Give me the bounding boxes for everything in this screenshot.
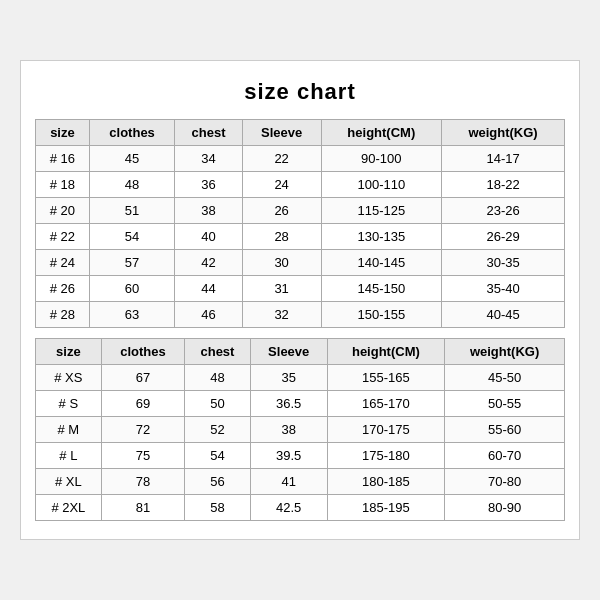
col-header: chest (175, 120, 242, 146)
table-cell: 130-135 (321, 224, 442, 250)
table-row: # XS674835155-16545-50 (36, 365, 565, 391)
table-cell: 38 (175, 198, 242, 224)
table-cell: 24 (242, 172, 321, 198)
table-cell: 44 (175, 276, 242, 302)
col-header: height(CM) (327, 339, 445, 365)
table-cell: 78 (101, 469, 184, 495)
table-cell: 35 (250, 365, 327, 391)
table-cell: 28 (242, 224, 321, 250)
table-cell: # 26 (36, 276, 90, 302)
table-row: # M725238170-17555-60 (36, 417, 565, 443)
table-row: # 1645342290-10014-17 (36, 146, 565, 172)
size-chart-card: size chart sizeclotheschestSleeveheight(… (20, 60, 580, 540)
table-cell: 26-29 (442, 224, 565, 250)
col-header: weight(KG) (445, 339, 565, 365)
table-cell: # 28 (36, 302, 90, 328)
table-cell: # XS (36, 365, 102, 391)
table-cell: # 16 (36, 146, 90, 172)
table-cell: # 24 (36, 250, 90, 276)
table-cell: 155-165 (327, 365, 445, 391)
table-cell: 58 (185, 495, 251, 521)
table-row: # 20513826115-12523-26 (36, 198, 565, 224)
table-row: # L755439.5175-18060-70 (36, 443, 565, 469)
table-row: # 22544028130-13526-29 (36, 224, 565, 250)
table-cell: 180-185 (327, 469, 445, 495)
table-cell: # 22 (36, 224, 90, 250)
table-row: # 26604431145-15035-40 (36, 276, 565, 302)
table-cell: 175-180 (327, 443, 445, 469)
table-cell: 39.5 (250, 443, 327, 469)
col-header: clothes (89, 120, 175, 146)
col-header: weight(KG) (442, 120, 565, 146)
table-cell: 46 (175, 302, 242, 328)
table-cell: 70-80 (445, 469, 565, 495)
table-cell: 55-60 (445, 417, 565, 443)
table-cell: 51 (89, 198, 175, 224)
table-cell: 57 (89, 250, 175, 276)
table-cell: 150-155 (321, 302, 442, 328)
col-header: size (36, 120, 90, 146)
table-cell: 60 (89, 276, 175, 302)
col-header: Sleeve (242, 120, 321, 146)
table-cell: 90-100 (321, 146, 442, 172)
table-cell: # S (36, 391, 102, 417)
table-row: # XL785641180-18570-80 (36, 469, 565, 495)
table-cell: 50-55 (445, 391, 565, 417)
col-header: chest (185, 339, 251, 365)
table-cell: 23-26 (442, 198, 565, 224)
table-cell: 52 (185, 417, 251, 443)
table-cell: 140-145 (321, 250, 442, 276)
table-cell: 80-90 (445, 495, 565, 521)
table-cell: 41 (250, 469, 327, 495)
table-row: # 2XL815842.5185-19580-90 (36, 495, 565, 521)
table-cell: 18-22 (442, 172, 565, 198)
table-cell: 38 (250, 417, 327, 443)
size-table-2: sizeclotheschestSleeveheight(CM)weight(K… (35, 338, 565, 521)
col-header: clothes (101, 339, 184, 365)
col-header: height(CM) (321, 120, 442, 146)
table-cell: 42 (175, 250, 242, 276)
table-cell: 69 (101, 391, 184, 417)
table-cell: 115-125 (321, 198, 442, 224)
table-cell: # L (36, 443, 102, 469)
table-cell: 170-175 (327, 417, 445, 443)
table-cell: 40 (175, 224, 242, 250)
table-cell: # 2XL (36, 495, 102, 521)
table-cell: 14-17 (442, 146, 565, 172)
table-cell: 48 (185, 365, 251, 391)
table-row: # 24574230140-14530-35 (36, 250, 565, 276)
size-table-1: sizeclotheschestSleeveheight(CM)weight(K… (35, 119, 565, 328)
table-cell: 36 (175, 172, 242, 198)
table-cell: 40-45 (442, 302, 565, 328)
table-cell: 56 (185, 469, 251, 495)
table-cell: 54 (89, 224, 175, 250)
table-cell: # M (36, 417, 102, 443)
table-cell: 72 (101, 417, 184, 443)
table-cell: 63 (89, 302, 175, 328)
table-cell: 60-70 (445, 443, 565, 469)
table-cell: 185-195 (327, 495, 445, 521)
chart-title: size chart (35, 79, 565, 105)
col-header: size (36, 339, 102, 365)
table-cell: 31 (242, 276, 321, 302)
table-cell: 54 (185, 443, 251, 469)
table-cell: 45 (89, 146, 175, 172)
table-cell: 26 (242, 198, 321, 224)
table-cell: 81 (101, 495, 184, 521)
table-cell: # 18 (36, 172, 90, 198)
table-cell: 30-35 (442, 250, 565, 276)
table-cell: 50 (185, 391, 251, 417)
table-cell: 42.5 (250, 495, 327, 521)
table-cell: 32 (242, 302, 321, 328)
table-row: # 18483624100-11018-22 (36, 172, 565, 198)
table-cell: 36.5 (250, 391, 327, 417)
table-cell: 165-170 (327, 391, 445, 417)
table-cell: # 20 (36, 198, 90, 224)
table-cell: 67 (101, 365, 184, 391)
table-cell: 145-150 (321, 276, 442, 302)
table-row: # S695036.5165-17050-55 (36, 391, 565, 417)
col-header: Sleeve (250, 339, 327, 365)
table-cell: 45-50 (445, 365, 565, 391)
table-cell: 75 (101, 443, 184, 469)
table-cell: 100-110 (321, 172, 442, 198)
